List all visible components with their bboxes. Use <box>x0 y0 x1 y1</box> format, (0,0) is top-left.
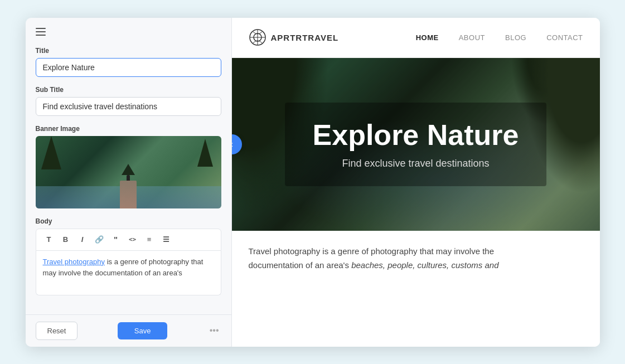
text-format-button[interactable]: T <box>42 232 56 247</box>
link-button[interactable]: 🔗 <box>92 232 106 247</box>
nav-links: HOME ABOUT BLOG CONTACT <box>416 33 583 42</box>
site-navigation: APRTRTRAVEL HOME ABOUT BLOG CONTACT <box>232 18 600 58</box>
subtitle-field-group: Sub Title <box>36 86 221 116</box>
banner-image-label: Banner Image <box>36 125 221 133</box>
nav-link-blog[interactable]: BLOG <box>505 33 526 42</box>
hero-section: Explore Nature Find exclusive travel des… <box>232 58 600 231</box>
body-editor[interactable]: Travel photography is a genre of photogr… <box>36 251 221 295</box>
site-body-text: Travel photography is a genre of photogr… <box>249 244 583 273</box>
save-button[interactable]: Save <box>118 322 168 339</box>
panel-content: Title Sub Title Banner Image <box>26 41 231 314</box>
tree-right-decoration <box>197 139 213 167</box>
title-input[interactable] <box>36 58 221 77</box>
more-options-icon[interactable]: ••• <box>207 326 221 336</box>
reset-button[interactable]: Reset <box>36 322 78 340</box>
path-decoration <box>120 181 137 208</box>
body-link[interactable]: Travel photography <box>43 258 105 266</box>
banner-image-group: Banner Image <box>36 125 221 208</box>
bold-button[interactable]: B <box>59 232 73 247</box>
title-field-group: Title <box>36 47 221 77</box>
panel-header <box>26 18 231 41</box>
logo-text: APRTRTRAVEL <box>271 33 339 42</box>
body-label: Body <box>36 217 221 225</box>
nav-link-home[interactable]: HOME <box>416 33 439 42</box>
ordered-list-button[interactable]: ☰ <box>159 232 173 247</box>
banner-image-placeholder <box>36 136 221 208</box>
nav-link-about[interactable]: ABOUT <box>459 33 485 42</box>
title-label: Title <box>36 47 221 55</box>
site-logo: APRTRTRAVEL <box>249 28 416 46</box>
banner-image-container[interactable] <box>36 136 221 208</box>
hero-subtitle: Find exclusive travel destinations <box>313 158 519 169</box>
subtitle-input[interactable] <box>36 97 221 116</box>
italic-button[interactable]: I <box>75 232 90 247</box>
tree-left-decoration <box>41 136 61 169</box>
nav-link-contact[interactable]: CONTACT <box>546 33 583 42</box>
quote-button[interactable]: " <box>109 232 123 247</box>
hamburger-menu-icon[interactable] <box>36 28 46 36</box>
code-button[interactable]: <> <box>125 232 140 247</box>
site-body-content: Travel photography is a genre of photogr… <box>232 231 600 347</box>
hero-title: Explore Nature <box>313 119 519 151</box>
hero-text-box: Explore Nature Find exclusive travel des… <box>285 102 547 186</box>
body-field-group: Body T B I 🔗 " <> ≡ ☰ Travel photography… <box>36 217 221 295</box>
site-preview: APRTRTRAVEL HOME ABOUT BLOG CONTACT Expl… <box>232 18 600 347</box>
editor-panel: Title Sub Title Banner Image <box>26 18 232 347</box>
subtitle-label: Sub Title <box>36 86 221 94</box>
panel-footer: Reset Save ••• <box>26 314 231 347</box>
body-toolbar: T B I 🔗 " <> ≡ ☰ <box>36 229 221 251</box>
unordered-list-button[interactable]: ≡ <box>142 232 157 247</box>
logo-icon <box>249 28 267 46</box>
